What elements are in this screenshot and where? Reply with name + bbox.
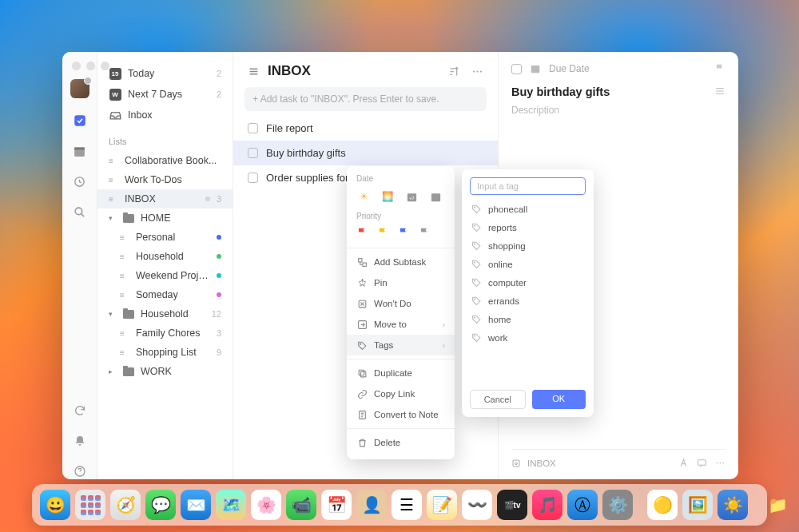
list-item-work-to-dos[interactable]: ≡Work To-Dos — [97, 170, 233, 189]
list-item-inbox[interactable]: ≡INBOX3 — [97, 189, 233, 208]
smart-item-next-7-days[interactable]: WNext 7 Days2 — [97, 84, 233, 105]
dock-preview1-icon[interactable]: 🖼️ — [682, 490, 713, 520]
help-icon[interactable] — [72, 463, 88, 479]
close-window-icon[interactable] — [72, 62, 81, 70]
list-item-weekend-projects[interactable]: ≡Weekend Projects — [97, 266, 233, 285]
footer-list-name[interactable]: INBOX — [527, 459, 556, 468]
tag-option-online[interactable]: online — [470, 256, 586, 272]
dock-facetime-icon[interactable]: 📹 — [286, 490, 316, 520]
list-item-personal[interactable]: ≡Personal — [97, 228, 233, 247]
collapse-icon[interactable] — [714, 85, 725, 97]
cancel-button[interactable]: Cancel — [470, 390, 526, 409]
task-row[interactable]: File report — [233, 116, 498, 141]
dock-music-icon[interactable]: 🎵 — [532, 490, 562, 520]
tag-option-computer[interactable]: computer — [470, 275, 586, 290]
dock-chrome-icon[interactable]: 🟡 — [647, 490, 678, 520]
task-checkbox[interactable] — [248, 173, 258, 183]
dock-weather-icon[interactable]: ☀️ — [718, 490, 748, 520]
priority-medium-icon[interactable] — [377, 227, 388, 238]
dock-appstore-icon[interactable]: Ⓐ — [567, 490, 598, 520]
pomo-tab-icon[interactable] — [72, 173, 88, 189]
sync-icon[interactable] — [72, 403, 88, 419]
list-item-shopping-list[interactable]: ≡Shopping List9 — [97, 343, 233, 362]
task-checkbox[interactable] — [248, 123, 258, 133]
tag-option-phonecall[interactable]: phonecall — [470, 201, 586, 216]
list-item-someday[interactable]: ≡Someday — [97, 285, 233, 304]
dock-messages-icon[interactable]: 💬 — [145, 490, 176, 520]
minimize-window-icon[interactable] — [86, 62, 95, 70]
tag-option-reports[interactable]: reports — [470, 220, 586, 235]
smart-item-inbox[interactable]: Inbox — [97, 105, 233, 125]
description-input[interactable]: Description — [511, 105, 725, 116]
date-nextweek-icon[interactable]: +7 — [404, 189, 419, 204]
tag-option-shopping[interactable]: shopping — [470, 238, 586, 253]
ctx-delete[interactable]: Delete — [347, 432, 455, 453]
avatar[interactable] — [70, 79, 89, 98]
ok-button[interactable]: OK — [532, 390, 586, 409]
ctx-copy-link[interactable]: Copy Link — [347, 383, 455, 404]
tag-input[interactable] — [470, 177, 586, 195]
list-item-family-chores[interactable]: ≡Family Chores3 — [97, 324, 233, 343]
task-row[interactable]: Buy birthday gifts — [233, 141, 498, 165]
dock-folder-icon[interactable]: 📁 — [762, 490, 793, 520]
task-checkbox[interactable] — [248, 148, 258, 158]
date-today-icon[interactable]: ☀ — [356, 189, 371, 204]
dock-contacts-icon[interactable]: 👤 — [356, 490, 387, 520]
dock-launchpad-icon[interactable] — [75, 490, 105, 520]
dock-photos-icon[interactable]: 🌸 — [251, 490, 281, 520]
font-icon[interactable] — [678, 458, 689, 468]
priority-none-icon[interactable] — [419, 227, 430, 238]
ctx-pin[interactable]: Pin — [347, 272, 455, 293]
menu-icon[interactable] — [248, 66, 260, 77]
svg-point-4 — [75, 208, 82, 215]
date-custom-icon[interactable] — [428, 189, 443, 204]
ctx-convert-to-note[interactable]: Convert to Note — [347, 404, 455, 425]
add-task-input[interactable]: + Add task to "INBOX". Press Enter to sa… — [244, 87, 487, 111]
dock-reminders-icon[interactable]: ☰ — [392, 490, 422, 520]
smart-item-today[interactable]: 15Today2 — [97, 63, 233, 84]
detail-more-icon[interactable] — [715, 458, 725, 468]
svg-rect-11 — [698, 460, 706, 466]
list-item-collaborative-book-[interactable]: ≡Collaborative Book... — [97, 151, 233, 170]
list-item-home[interactable]: ▾HOME — [97, 208, 233, 228]
dock-mail-icon[interactable]: ✉️ — [181, 490, 211, 520]
notifications-icon[interactable] — [72, 433, 88, 449]
detail-checkbox[interactable] — [511, 64, 522, 74]
search-icon[interactable] — [72, 204, 88, 220]
dock-maps-icon[interactable]: 🗺️ — [216, 490, 246, 520]
dock-freeform-icon[interactable]: 〰️ — [462, 490, 492, 520]
move-list-icon[interactable] — [511, 459, 521, 468]
list-item-work[interactable]: ▸WORK — [97, 362, 233, 381]
tag-option-errands[interactable]: errands — [470, 293, 586, 308]
date-section-label: Date — [347, 173, 455, 186]
calendar-icon[interactable] — [530, 63, 541, 74]
ctx-duplicate[interactable]: Duplicate — [347, 363, 455, 383]
dock-calendar-icon[interactable]: 📅 — [321, 490, 352, 520]
comment-icon[interactable] — [697, 458, 707, 468]
lists-section-label: Lists — [97, 125, 233, 151]
dock-safari-icon[interactable]: 🧭 — [110, 490, 141, 520]
dock-notes-icon[interactable]: 📝 — [427, 490, 457, 520]
dock-finder-icon[interactable]: 😀 — [40, 490, 70, 520]
calendar-tab-icon[interactable] — [72, 143, 88, 159]
flag-icon[interactable] — [714, 63, 725, 74]
priority-high-icon[interactable] — [356, 227, 368, 238]
ctx-tags[interactable]: Tags› — [347, 335, 455, 355]
ctx-add-subtask[interactable]: Add Subtask — [347, 252, 455, 272]
zoom-window-icon[interactable] — [101, 62, 109, 70]
tag-option-home[interactable]: home — [470, 312, 586, 327]
due-date-label[interactable]: Due Date — [549, 63, 590, 74]
dock-settings-icon[interactable]: ⚙️ — [602, 490, 633, 520]
list-item-household[interactable]: ≡Household — [97, 247, 233, 266]
priority-low-icon[interactable] — [398, 227, 409, 238]
tasks-tab-icon[interactable] — [72, 113, 88, 129]
ctx-move-to[interactable]: Move to› — [347, 314, 455, 335]
sort-icon[interactable] — [448, 66, 460, 77]
ctx-won-t-do[interactable]: Won't Do — [347, 293, 455, 314]
more-icon[interactable] — [471, 66, 483, 77]
list-item-household[interactable]: ▾Household12 — [97, 304, 233, 324]
tag-option-work[interactable]: work — [470, 330, 586, 345]
dock-tv-icon[interactable]: 🎬tv — [497, 490, 527, 520]
date-tomorrow-icon[interactable]: 🌅 — [380, 189, 395, 204]
detail-title[interactable]: Buy birthday gifts — [511, 85, 610, 98]
